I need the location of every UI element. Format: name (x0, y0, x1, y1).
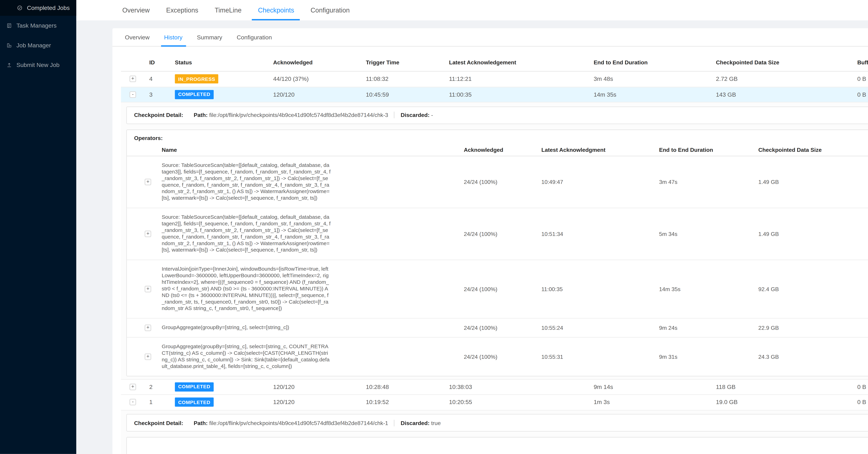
build-icon (7, 43, 12, 48)
cell-id: 3 (149, 91, 175, 98)
discarded-value: - (431, 112, 433, 118)
cell-acknowledged: 44/120 (37%) (273, 76, 366, 82)
sidebar-item-task-managers[interactable]: Task Managers (0, 16, 76, 36)
col-buffered: Buffered During Alignment (857, 59, 868, 65)
op-cell-latest-ack: 10:55:31 (541, 353, 659, 360)
tab-label: Exceptions (166, 7, 198, 14)
op-cell-e2e-duration: 9m 24s (659, 324, 758, 331)
expanded-detail-chk3: Checkpoint Detail: Path: file:/opt/flink… (121, 102, 868, 380)
discarded-value: true (431, 419, 441, 426)
cell-data-size: 2.72 GB (716, 76, 857, 82)
cell-buffered: 0 B (857, 384, 868, 390)
expand-row-button[interactable]: + (129, 384, 136, 390)
expand-row-button[interactable]: + (129, 76, 136, 82)
op-cell-latest-ack: 10:51:34 (541, 230, 659, 237)
col-id: ID (149, 59, 175, 65)
subtab-label: History (164, 34, 182, 40)
col-latest-ack: Latest Acknowledgement (449, 59, 594, 65)
op-cell-acknowledged: 24/24 (100%) (464, 324, 541, 331)
op-cell-latest-ack: 10:55:24 (541, 324, 659, 331)
op-cell-name: Source: TableSourceScan(table=[[default_… (157, 208, 331, 259)
op-cell-data-size: 22.9 GB (758, 324, 868, 331)
sidebar: Completed Jobs Task Managers Job Manager… (0, 0, 76, 454)
op-cell-latest-ack: 10:49:47 (541, 179, 659, 185)
expand-operator-button[interactable]: + (145, 285, 151, 292)
col-status: Status (175, 59, 273, 65)
table-row: - 1 COMPLETED 120/120 10:19:52 10:20:55 … (121, 395, 868, 410)
cell-acknowledged: 120/120 (273, 384, 366, 390)
path-label: Path: (194, 419, 208, 426)
tab-configuration[interactable]: Configuration (305, 0, 355, 20)
cell-e2e-duration: 3m 48s (594, 76, 716, 82)
subtab-history[interactable]: History (162, 28, 185, 46)
subtab-overview[interactable]: Overview (123, 28, 152, 46)
checkpoint-detail-label: Checkpoint Detail: (134, 419, 183, 426)
cell-data-size: 118 GB (716, 384, 857, 390)
sidebar-item-label: Job Manager (17, 42, 51, 48)
subtab-configuration[interactable]: Configuration (235, 28, 274, 46)
checkpoint-detail-box: Checkpoint Detail: Path: file:/opt/flink… (126, 414, 868, 432)
operator-row: + Source: TableSourceScan(table=[[defaul… (127, 208, 868, 260)
op-cell-name: GroupAggregate(groupBy=[string_c], selec… (157, 318, 331, 337)
status-badge: COMPLETED (175, 398, 214, 407)
operator-row: + Source: TableSourceScan(table=[[defaul… (127, 156, 868, 208)
expand-operator-button[interactable]: + (145, 179, 151, 185)
sidebar-item-submit-new-job[interactable]: Submit New Job (0, 55, 76, 75)
cell-e2e-duration: 14m 35s (594, 91, 716, 98)
op-cell-name: IntervalJoin(joinType=[InnerJoin], windo… (157, 260, 331, 318)
checkpoints-subtabs: Overview History Summary Configuration R… (113, 28, 868, 47)
tab-timeline[interactable]: TimeLine (209, 0, 248, 20)
op-cell-e2e-duration: 5m 34s (659, 230, 758, 237)
collapse-row-button[interactable]: - (129, 399, 136, 406)
operators-label: Operators: (127, 134, 868, 143)
operators-box: Operators: Name Acknowledged Latest Ackn… (126, 129, 868, 376)
cell-latest-ack: 10:38:03 (449, 384, 594, 390)
expand-operator-button[interactable]: + (145, 324, 151, 331)
collapse-row-button[interactable]: - (129, 91, 136, 98)
cell-id: 4 (149, 76, 175, 82)
op-cell-e2e-duration: 9m 31s (659, 353, 758, 360)
cell-buffered: 0 B (857, 399, 868, 406)
expand-operator-button[interactable]: + (145, 230, 151, 237)
cell-buffered: 0 B (857, 76, 868, 82)
col-trigger-time: Trigger Time (366, 59, 449, 65)
expand-operator-button[interactable]: + (145, 353, 151, 360)
table-header: ID Status Acknowledged Trigger Time Late… (121, 53, 868, 72)
cell-trigger-time: 11:08:32 (366, 76, 449, 82)
op-col-name: Name (157, 146, 464, 153)
subtab-label: Summary (197, 34, 222, 40)
sidebar-item-job-manager[interactable]: Job Manager (0, 35, 76, 55)
op-cell-data-size: 1.49 GB (758, 230, 868, 237)
op-col-acknowledged: Acknowledged (464, 146, 541, 153)
tab-overview[interactable]: Overview (116, 0, 156, 20)
op-cell-acknowledged: 24/24 (100%) (464, 230, 541, 237)
op-cell-e2e-duration: 14m 35s (659, 285, 758, 292)
col-acknowledged: Acknowledged (273, 59, 366, 65)
tab-label: Configuration (311, 7, 350, 14)
app-viewport: Completed Jobs Task Managers Job Manager… (0, 0, 868, 454)
cell-acknowledged: 120/120 (273, 399, 366, 406)
op-col-data-size: Checkpointed Data Size (758, 146, 868, 153)
operators-box-clipped (126, 437, 868, 454)
tab-label: Overview (122, 7, 150, 14)
operator-row: + GroupAggregate(groupBy=[string_c], sel… (127, 318, 868, 337)
sidebar-item-label: Submit New Job (17, 62, 60, 68)
tab-exceptions[interactable]: Exceptions (160, 0, 204, 20)
profile-icon (7, 23, 12, 28)
table-row: - 3 COMPLETED 120/120 10:45:59 11:00:35 … (121, 87, 868, 102)
sidebar-item-completed-jobs[interactable]: Completed Jobs (0, 0, 76, 16)
op-cell-acknowledged: 24/24 (100%) (464, 285, 541, 292)
cell-data-size: 143 GB (716, 91, 857, 98)
checkpoint-history-table: ID Status Acknowledged Trigger Time Late… (121, 53, 868, 454)
subtab-summary[interactable]: Summary (195, 28, 224, 46)
table-row: + 2 COMPLETED 120/120 10:28:48 10:38:03 … (121, 380, 868, 395)
checkpoint-detail-box: Checkpoint Detail: Path: file:/opt/flink… (126, 106, 868, 124)
tab-checkpoints[interactable]: Checkpoints (252, 0, 300, 20)
cell-e2e-duration: 9m 14s (594, 384, 716, 390)
op-cell-name: Source: TableSourceScan(table=[[default_… (157, 156, 331, 207)
job-tabs-bar: Overview Exceptions TimeLine Checkpoints… (76, 0, 868, 20)
tab-label: TimeLine (215, 7, 242, 14)
cell-data-size: 19.0 GB (716, 399, 857, 406)
vertical-divider (394, 112, 395, 118)
op-cell-data-size: 92.4 GB (758, 285, 868, 292)
